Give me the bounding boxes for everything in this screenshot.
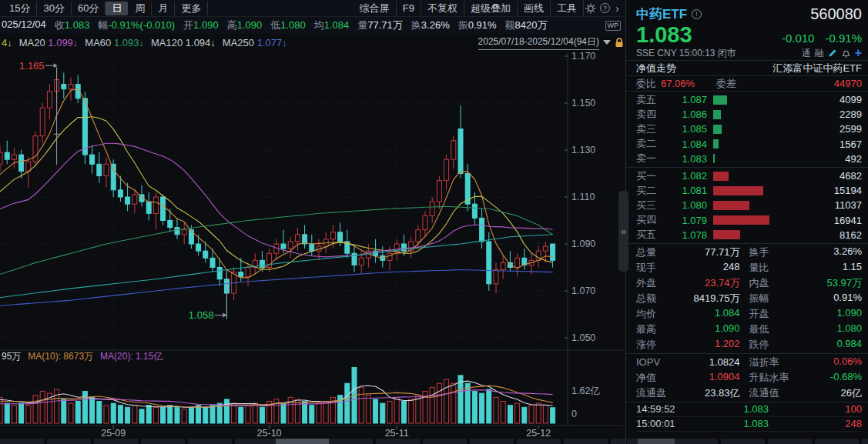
toolbar-button-综合屏[interactable]: 综合屏 <box>354 1 397 16</box>
stat-cell: 量比1.15 <box>749 261 863 275</box>
order-level-row[interactable]: 买五1.0788162 <box>636 228 862 242</box>
quote-field-value: 025/12/04 <box>2 18 46 30</box>
quote-field-label: 幅 <box>98 19 108 31</box>
toolbar-button-不复权[interactable]: 不复权 <box>421 1 464 16</box>
stat-cell: 总额8419.75万 <box>636 292 749 305</box>
toolbar-button-画线[interactable]: 画线 <box>518 1 551 16</box>
stats-grid: 总量77.71万换手3.26%现手248量比1.15外盘23.74万内盘53.9… <box>626 243 868 353</box>
order-level-price: 1.082 <box>667 170 707 182</box>
weicha-value: 44970 <box>834 78 862 89</box>
weicha-label: 委差 <box>716 77 736 91</box>
chevron-down-icon[interactable] <box>603 40 611 45</box>
fund-nav-row[interactable]: 净值走势 汇添富中证中药ETF <box>626 60 868 76</box>
stat-cell: 内盘53.97万 <box>749 276 863 290</box>
stat-value: 1.202 <box>715 338 749 352</box>
gear-icon[interactable] <box>584 3 598 14</box>
stat-label: 涨停 <box>636 338 656 352</box>
tab-period-更多[interactable]: 更多 <box>175 2 208 15</box>
fund-nav-label: 净值走势 <box>636 62 676 75</box>
date-range-selector[interactable]: 2025/07/18-2025/12/04(94日) <box>478 35 599 50</box>
order-level-row[interactable]: 买四1.07916941 <box>636 213 862 228</box>
tab-period-15分[interactable]: 15分 <box>3 2 37 15</box>
stat-value: 1.090 <box>715 322 749 336</box>
ma-legend-item: MA60 1.093↓ <box>85 37 144 48</box>
stat-value: 77.71万 <box>705 245 749 259</box>
order-level-row[interactable]: 买二1.08115194 <box>636 183 862 198</box>
symbol-name: 中药ETF <box>636 5 687 23</box>
tab-period-周[interactable]: 周 <box>129 2 152 15</box>
quote-field-label: 振 <box>458 19 468 31</box>
stat-value: 0.06% <box>833 356 862 369</box>
pencil-icon[interactable] <box>828 48 837 58</box>
price-change: -0.010 <box>782 32 815 45</box>
order-level-qty: 492 <box>845 153 862 165</box>
tab-period-月[interactable]: 月 <box>152 2 175 15</box>
order-level-price: 1.083 <box>667 153 707 165</box>
help-icon[interactable]: ? <box>600 3 610 13</box>
order-level-price: 1.079 <box>667 215 707 226</box>
chart-section: 15分30分60分日周月更多 综合屏F9不复权超级叠加画线工具 ? › 025/… <box>0 0 625 444</box>
order-level-row[interactable]: 买三1.08011037 <box>636 198 862 212</box>
weibi-value: 67.06% <box>661 78 695 89</box>
stat-cell: 最高1.090 <box>636 322 749 336</box>
svg-text:1.110: 1.110 <box>571 192 595 202</box>
quote-field: 量77.71万 <box>357 18 403 32</box>
stat-value: 0.984 <box>836 338 862 352</box>
quote-field: 低1.080 <box>270 18 306 32</box>
toolbar-button-超级叠加[interactable]: 超级叠加 <box>464 1 518 16</box>
order-level-row[interactable]: 卖一1.083492 <box>636 152 862 166</box>
svg-text:25-09: 25-09 <box>101 428 126 439</box>
panel-scrollbar-thumb[interactable] <box>638 439 675 444</box>
add-icon[interactable]: + <box>855 48 862 58</box>
tab-period-30分[interactable]: 30分 <box>37 2 71 15</box>
tick-price: 1.083 <box>698 418 769 429</box>
stock-app-window: 15分30分60分日周月更多 综合屏F9不复权超级叠加画线工具 ? › 025/… <box>0 0 868 444</box>
order-depth-bar <box>713 95 727 105</box>
quote-field: 振0.91% <box>458 18 497 32</box>
order-level-price: 1.078 <box>667 229 707 241</box>
ma-legend-label: MA60 <box>85 37 114 48</box>
candlestick-chart[interactable]: 1.1701.1501.1301.1101.0901.0701.05025-09… <box>0 0 625 444</box>
quote-field: 高1.090 <box>227 18 263 32</box>
tab-period-日[interactable]: 日 <box>106 2 128 15</box>
order-level-row[interactable]: 卖四1.0862289 <box>636 107 862 122</box>
stat-cell: IOPV1.0824 <box>636 356 749 368</box>
order-level-row[interactable]: 卖二1.0841567 <box>636 137 862 152</box>
bell-icon[interactable] <box>841 48 851 58</box>
stat-value: 23.83亿 <box>705 386 749 400</box>
quote-field: 幅-0.91%(-0.010) <box>98 18 175 32</box>
panel-h-scrollbar[interactable] <box>627 439 868 444</box>
stat-label: 总额 <box>636 292 656 305</box>
quote-panel: 中药ETF ! 560080 1.083 -0.010 -0.91% SSE C… <box>625 0 868 444</box>
quote-field-value: 1.090 <box>237 19 263 31</box>
quote-field-label: 量 <box>357 19 367 31</box>
panel-collapse-handle[interactable]: » <box>618 191 628 272</box>
stat-row: 流通盘23.83亿流通值26亿 <box>636 386 862 401</box>
stat-cell: 均价1.084 <box>636 307 749 321</box>
stat-row: 现手248量比1.15 <box>636 260 862 275</box>
order-level-row[interactable]: 买一1.0824682 <box>636 169 862 183</box>
stat-label: 跌停 <box>749 338 769 352</box>
lock-icon[interactable] <box>615 38 624 48</box>
toolbar-button-F9[interactable]: F9 <box>397 2 421 15</box>
stat-value: 1.0824 <box>709 356 749 368</box>
order-level-row[interactable]: 卖五1.0874099 <box>636 92 862 107</box>
stat-cell: 现手248 <box>636 261 749 275</box>
tick-qty: 248 <box>845 418 862 429</box>
order-level-price: 1.086 <box>667 108 707 120</box>
info-icon[interactable]: ! <box>692 9 702 19</box>
tag-rong: 融 <box>815 47 824 60</box>
quote-field: 025/12/04 <box>2 18 46 32</box>
toolbar-more-chevron-icon[interactable]: › <box>612 2 622 15</box>
wp-badge[interactable]: WP <box>605 21 622 31</box>
tab-period-60分[interactable]: 60分 <box>72 2 106 15</box>
order-level-label: 卖二 <box>636 137 667 151</box>
order-level-qty: 11037 <box>835 199 862 211</box>
stat-value: 8419.75万 <box>694 292 749 305</box>
last-price: 1.083 <box>636 23 692 46</box>
stat-row: 均价1.084开盘1.090 <box>636 306 862 322</box>
volume-ma-legend: 95万MA(10): 8673万MA(20): 1.15亿 <box>2 350 163 363</box>
stat-cell: 流通值26亿 <box>749 386 863 400</box>
toolbar-button-工具[interactable]: 工具 <box>551 1 584 16</box>
order-level-row[interactable]: 卖三1.0852599 <box>636 122 862 136</box>
